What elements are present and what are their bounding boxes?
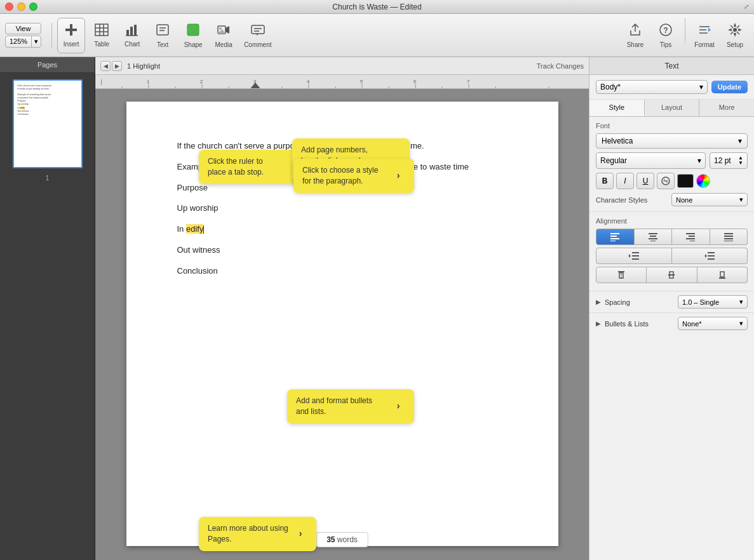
tab-style[interactable]: Style	[589, 100, 645, 116]
valign-middle-button[interactable]	[647, 267, 697, 283]
tab-more[interactable]: More	[699, 100, 754, 116]
paragraph-5: In edify	[177, 223, 508, 236]
media-icon	[217, 23, 231, 39]
spacing-section[interactable]: ▶ Spacing 1.0 – Single ▾	[589, 291, 754, 313]
svg-point-29	[733, 28, 737, 32]
maximize-button[interactable]	[29, 3, 37, 11]
bold-button[interactable]: B	[596, 173, 614, 189]
update-button[interactable]: Update	[711, 81, 748, 93]
thumbnail-content: If the church can't serve a purpose it n…	[14, 81, 81, 120]
text-button[interactable]: Text	[149, 18, 177, 53]
bullets-select[interactable]: None* ▾	[678, 317, 748, 330]
expand-icon[interactable]: ⤢	[744, 3, 749, 10]
window-title: Church is Waste — Edited	[332, 3, 421, 11]
valign-top-button[interactable]	[596, 267, 647, 283]
insert-button[interactable]: Insert	[57, 18, 85, 53]
svg-text:5: 5	[360, 79, 363, 84]
comment-button[interactable]: Comment	[240, 18, 275, 53]
insert-icon	[64, 23, 78, 39]
indent-decrease-button[interactable]	[596, 248, 672, 264]
font-style-select[interactable]: Regular ▾	[596, 152, 706, 169]
font-size-value: 12 pt	[714, 156, 731, 165]
format-button[interactable]: Format	[690, 18, 718, 53]
insert-label: Insert	[64, 41, 79, 48]
color-wheel[interactable]	[696, 174, 710, 188]
chart-button[interactable]: Chart	[118, 18, 146, 53]
indent-increase-button[interactable]	[672, 248, 748, 264]
shape-label: Shape	[184, 41, 203, 48]
svg-marker-83	[704, 254, 706, 258]
zoom-value: 125%	[6, 36, 31, 47]
align-justify-button[interactable]	[710, 229, 748, 245]
shape-button[interactable]: Shape	[179, 18, 207, 53]
tips-button[interactable]: ? Tips	[652, 18, 680, 53]
font-family-chevron: ▾	[738, 137, 742, 145]
svg-marker-28	[708, 28, 711, 32]
setup-icon	[728, 23, 742, 39]
font-family-select[interactable]: Helvetica ▾	[596, 133, 748, 149]
text-options-button[interactable]	[657, 173, 675, 189]
media-label: Media	[215, 41, 232, 48]
valign-bottom-button[interactable]	[697, 267, 748, 283]
title-bar: Church is Waste — Edited ⤢	[0, 0, 754, 14]
comment-icon	[251, 23, 265, 39]
tab-layout[interactable]: Layout	[645, 100, 700, 116]
underline-button[interactable]: U	[636, 173, 654, 189]
share-label: Share	[627, 41, 644, 48]
pages-sidebar: Pages If the church can't serve a purpos…	[0, 57, 95, 560]
tooltip-arrow-3[interactable]: ›	[391, 169, 405, 183]
page-thumbnail-container: If the church can't serve a purpose it n…	[0, 73, 95, 188]
spacing-label: Spacing	[605, 298, 674, 306]
font-style-value: Regular	[600, 156, 627, 165]
text-label: Text	[157, 41, 168, 48]
align-left-button[interactable]	[596, 229, 635, 245]
font-size-stepper[interactable]: ▲▼	[738, 156, 743, 166]
spacing-select[interactable]: 1.0 – Single ▾	[678, 295, 748, 309]
toolbar-divider-1	[51, 23, 52, 48]
zoom-control[interactable]: 125% ▾	[5, 36, 41, 48]
setup-button[interactable]: Setup	[721, 18, 749, 53]
svg-rect-7	[126, 30, 129, 36]
nav-next[interactable]: ▶	[112, 61, 122, 71]
window-controls	[5, 3, 37, 11]
media-button[interactable]: Media	[210, 18, 238, 53]
paragraph-4: Up worship	[177, 202, 508, 215]
share-icon	[628, 23, 642, 39]
align-center-button[interactable]	[635, 229, 673, 245]
svg-text:4: 4	[307, 79, 310, 84]
tooltip-arrow-5[interactable]: ›	[293, 527, 307, 541]
font-style-chevron: ▾	[697, 156, 701, 165]
svg-marker-18	[218, 29, 226, 34]
text-color-swatch[interactable]	[677, 174, 694, 188]
bullets-section[interactable]: ▶ Bullets & Lists None* ▾	[589, 313, 754, 334]
table-button[interactable]: Table	[88, 18, 116, 53]
page-thumbnail-1[interactable]: If the church can't serve a purpose it n…	[13, 79, 83, 168]
svg-rect-2	[95, 24, 108, 36]
paragraph-style-select[interactable]: Body* ▾	[596, 80, 708, 94]
table-label: Table	[94, 41, 109, 48]
minimize-button[interactable]	[17, 3, 25, 11]
zoom-arrow-icon[interactable]: ▾	[31, 36, 41, 47]
align-right-button[interactable]	[672, 229, 710, 245]
italic-button[interactable]: I	[616, 173, 634, 189]
view-button[interactable]: View	[5, 23, 41, 34]
font-family-value: Helvetica	[602, 137, 633, 145]
svg-rect-9	[134, 25, 137, 36]
vertical-alignment-row	[596, 267, 748, 283]
panel-header: Text	[589, 57, 754, 75]
tooltip-arrow-4[interactable]: ›	[391, 399, 405, 413]
nav-prev[interactable]: ◀	[100, 61, 111, 71]
tooltip-learn-text: Learn more about using Pages.	[208, 523, 288, 545]
share-button[interactable]: Share	[621, 18, 649, 53]
ruler[interactable]: | 1 2 3 4 5 6 7	[95, 75, 589, 89]
tooltip-bullets: Add and format bullets and lists. ›	[287, 389, 414, 423]
svg-rect-14	[187, 24, 199, 36]
close-button[interactable]	[5, 3, 13, 11]
char-styles-label: Character Styles	[596, 196, 647, 204]
word-count-label: words	[337, 535, 358, 544]
char-styles-select[interactable]: None ▾	[671, 193, 748, 206]
bullets-label: Bullets & Lists	[605, 320, 674, 328]
bullets-value: None*	[682, 320, 702, 328]
font-size-input[interactable]: 12 pt ▲▼	[710, 152, 748, 169]
char-styles-row: Character Styles None ▾	[596, 193, 748, 206]
